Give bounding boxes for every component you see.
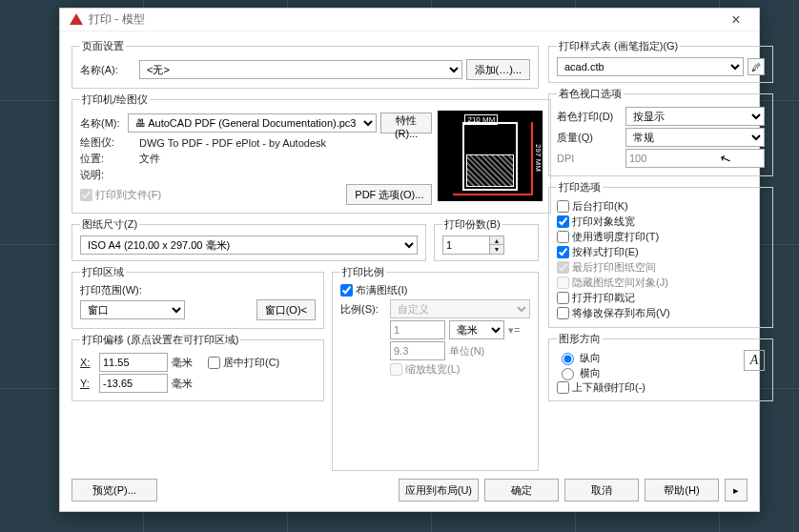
plot-option-label: 将修改保存到布局(V) bbox=[572, 306, 670, 320]
plot-option-1[interactable]: 打印对象线宽 bbox=[557, 215, 765, 229]
plot-style-table-select[interactable]: acad.ctb bbox=[557, 57, 744, 76]
cancel-button[interactable]: 取消 bbox=[564, 479, 639, 501]
plot-style-table-legend: 打印样式表 (画笔指定)(G) bbox=[557, 39, 680, 53]
offset-x-input[interactable] bbox=[99, 353, 168, 372]
scale-num-unit[interactable]: 毫米 bbox=[449, 320, 504, 339]
equals-icon: ▾= bbox=[508, 324, 520, 337]
paper-size-select[interactable]: ISO A4 (210.00 x 297.00 毫米) bbox=[80, 235, 418, 255]
ok-button[interactable]: 确定 bbox=[484, 479, 559, 501]
plot-scale-group: 打印比例 布满图纸(I) 比例(S): 自定义 毫米 ▾= bbox=[332, 265, 539, 471]
plot-option-label: 隐藏图纸空间对象(J) bbox=[572, 276, 668, 290]
orientation-legend: 图形方向 bbox=[557, 332, 603, 346]
orientation-group: 图形方向 纵向 横向 上下颠倒打印(-) A bbox=[548, 332, 773, 401]
plot-options-legend: 打印选项 bbox=[557, 180, 603, 194]
what-to-plot-label: 打印范围(W): bbox=[80, 283, 316, 297]
titlebar: 打印 - 模型 × bbox=[60, 9, 759, 31]
edit-style-table-icon[interactable]: 🖉 bbox=[748, 58, 765, 75]
plot-options-group: 打印选项 后台打印(K)打印对象线宽使用透明度打印(T)按样式打印(E)最后打印… bbox=[548, 180, 773, 328]
shade-plot-select[interactable]: 按显示 bbox=[625, 107, 765, 126]
paper-size-legend: 图纸尺寸(Z) bbox=[80, 217, 139, 232]
plotter-label: 绘图仪: bbox=[80, 135, 135, 150]
plot-option-5: 隐藏图纸空间对象(J) bbox=[557, 276, 765, 290]
copies-group: 打印份数(B) ▲▼ bbox=[434, 217, 539, 261]
preview-button[interactable]: 预览(P)... bbox=[72, 479, 157, 501]
plot-option-2[interactable]: 使用透明度打印(T) bbox=[557, 230, 765, 244]
upside-down-checkbox[interactable]: 上下颠倒打印(-) bbox=[557, 380, 744, 395]
plot-option-label: 打开打印戳记 bbox=[572, 291, 635, 305]
plot-option-3[interactable]: 按样式打印(E) bbox=[557, 245, 765, 259]
dialog-button-bar: 预览(P)... 应用到布局(U) 确定 取消 帮助(H) ▸ bbox=[60, 473, 759, 511]
shaded-viewport-group: 着色视口选项 着色打印(D)按显示 质量(Q)常规 DPI bbox=[548, 87, 773, 176]
close-icon[interactable]: × bbox=[717, 11, 755, 29]
page-name-label: 名称(A): bbox=[80, 63, 135, 77]
center-plot-checkbox[interactable]: 居中打印(C) bbox=[208, 356, 279, 370]
plot-to-file-checkbox[interactable]: 打印到文件(F) bbox=[80, 188, 161, 202]
fit-to-paper-checkbox[interactable]: 布满图纸(I) bbox=[340, 283, 530, 297]
copies-up-icon[interactable]: ▲ bbox=[490, 236, 503, 245]
dpi-input bbox=[625, 149, 765, 168]
plot-to-file-input[interactable] bbox=[80, 189, 92, 201]
plot-style-table-group: 打印样式表 (画笔指定)(G) acad.ctb 🖉 bbox=[548, 39, 773, 83]
location-value: 文件 bbox=[139, 152, 160, 166]
offset-y-input[interactable] bbox=[99, 374, 168, 393]
plot-option-label: 使用透明度打印(T) bbox=[572, 230, 659, 244]
scale-den-unit: 单位(N) bbox=[449, 344, 484, 358]
dpi-label: DPI bbox=[557, 153, 622, 164]
plot-option-label: 最后打印图纸空间 bbox=[572, 260, 656, 275]
plot-area-legend: 打印区域 bbox=[80, 265, 126, 279]
copies-legend: 打印份数(B) bbox=[442, 217, 502, 232]
offset-x-unit: 毫米 bbox=[172, 356, 193, 370]
autocad-logo-icon bbox=[70, 13, 83, 27]
shade-plot-label: 着色打印(D) bbox=[557, 110, 622, 124]
printer-name-label: 名称(M): bbox=[80, 116, 124, 131]
offset-y-unit: 毫米 bbox=[172, 377, 193, 391]
scale-select: 自定义 bbox=[390, 299, 530, 318]
scale-lineweights-checkbox: 缩放线宽(L) bbox=[390, 362, 460, 377]
scale-num-input bbox=[390, 320, 445, 339]
printer-legend: 打印机/绘图仪 bbox=[80, 92, 150, 107]
printer-name-select[interactable]: 🖶 AutoCAD PDF (General Documentation).pc… bbox=[128, 113, 377, 133]
paper-size-group: 图纸尺寸(Z) ISO A4 (210.00 x 297.00 毫米) bbox=[72, 217, 426, 261]
plot-option-6[interactable]: 打开打印戳记 bbox=[557, 291, 765, 305]
orientation-preview-icon: A bbox=[744, 350, 765, 371]
plot-option-4: 最后打印图纸空间 bbox=[557, 260, 765, 275]
plot-option-label: 打印对象线宽 bbox=[572, 215, 635, 229]
scale-den-input bbox=[390, 341, 445, 360]
expand-icon[interactable]: ▸ bbox=[725, 479, 748, 501]
help-button[interactable]: 帮助(H) bbox=[645, 479, 719, 501]
preview-height-label: 297 MM bbox=[534, 144, 543, 172]
plotter-value: DWG To PDF - PDF ePlot - by Autodesk bbox=[139, 137, 326, 149]
page-setup-group: 页面设置 名称(A): <无> 添加(…)... bbox=[72, 39, 539, 89]
copies-spinner[interactable]: ▲▼ bbox=[442, 235, 504, 255]
landscape-radio[interactable]: 横向 bbox=[557, 365, 744, 380]
plot-offset-group: 打印偏移 (原点设置在可打印区域) X: 毫米 居中打印(C) Y: 毫米 bbox=[72, 333, 324, 401]
window-pick-button[interactable]: 窗口(O)< bbox=[256, 299, 316, 320]
apply-to-layout-button[interactable]: 应用到布局(U) bbox=[399, 479, 479, 501]
add-page-setup-button[interactable]: 添加(…)... bbox=[466, 59, 531, 80]
page-setup-legend: 页面设置 bbox=[80, 39, 126, 53]
location-label: 位置: bbox=[80, 152, 135, 166]
copies-input[interactable] bbox=[442, 235, 490, 255]
quality-select[interactable]: 常规 bbox=[625, 128, 765, 147]
printer-props-button[interactable]: 特性(R)... bbox=[380, 113, 433, 133]
what-to-plot-select[interactable]: 窗口 bbox=[80, 300, 185, 319]
plot-option-7[interactable]: 将修改保存到布局(V) bbox=[557, 306, 765, 320]
quality-label: 质量(Q) bbox=[557, 131, 622, 145]
plot-dialog: 打印 - 模型 × 页面设置 名称(A): <无> 添加(…)... 打印机/绘… bbox=[59, 8, 760, 512]
description-label: 说明: bbox=[80, 168, 135, 182]
plot-area-group: 打印区域 打印范围(W): 窗口 窗口(O)< bbox=[72, 265, 324, 329]
plot-offset-legend: 打印偏移 (原点设置在可打印区域) bbox=[80, 333, 240, 347]
plot-scale-legend: 打印比例 bbox=[340, 265, 386, 279]
page-name-select[interactable]: <无> bbox=[139, 60, 462, 79]
offset-y-label: Y: bbox=[80, 378, 95, 389]
copies-down-icon[interactable]: ▼ bbox=[490, 245, 503, 254]
plot-option-0[interactable]: 后台打印(K) bbox=[557, 199, 765, 214]
plot-option-label: 后台打印(K) bbox=[572, 199, 628, 214]
portrait-radio[interactable]: 纵向 bbox=[557, 350, 744, 365]
printer-group: 打印机/绘图仪 名称(M): 🖶 AutoCAD PDF (General Do… bbox=[72, 92, 551, 214]
shaded-viewport-legend: 着色视口选项 bbox=[557, 87, 624, 101]
paper-preview: 210 MM 297 MM bbox=[438, 111, 543, 201]
plot-option-label: 按样式打印(E) bbox=[572, 245, 639, 259]
scale-label: 比例(S): bbox=[340, 302, 386, 317]
pdf-options-button[interactable]: PDF 选项(O)... bbox=[346, 184, 432, 205]
